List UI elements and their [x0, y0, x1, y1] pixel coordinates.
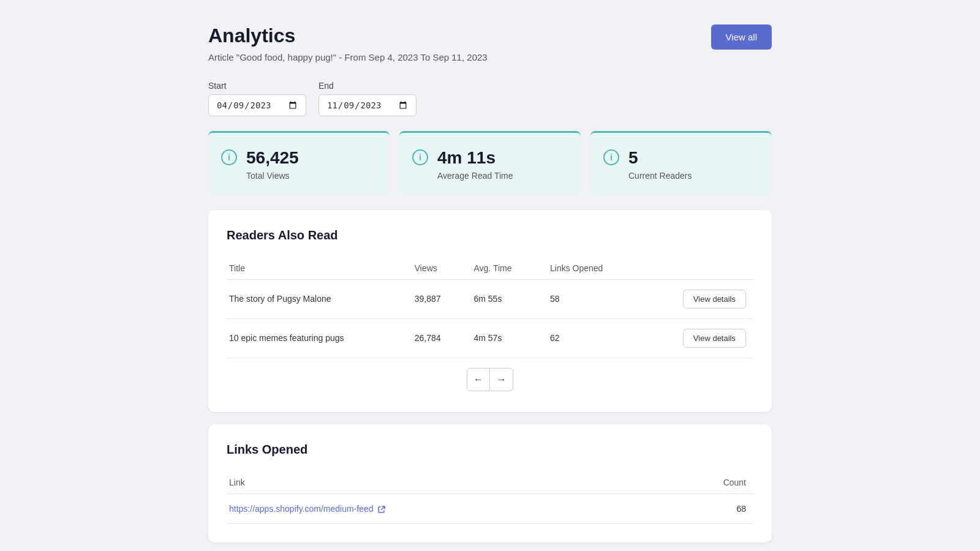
avg-read-time-label: Average Read Time	[437, 171, 513, 181]
next-page-button[interactable]: →	[490, 368, 513, 391]
title-block: Analytics Article "Good food, happy pug!…	[208, 24, 488, 62]
end-label: End	[318, 81, 417, 91]
table-row: https://apps.shopify.com/medium-feed 68	[227, 493, 753, 523]
col-header-title: Title	[227, 257, 407, 280]
view-all-button[interactable]: View all	[711, 24, 772, 50]
row-title: 10 epic memes featuring pugs	[227, 318, 407, 358]
end-date-group: End	[318, 81, 417, 116]
table-row: 10 epic memes featuring pugs 26,784 4m 5…	[227, 318, 753, 358]
row-action: View details	[641, 279, 753, 318]
links-table-header-row: Link Count	[227, 471, 753, 494]
table-header-row: Title Views Avg. Time Links Opened	[227, 257, 753, 280]
row-avg-time: 4m 57s	[467, 318, 543, 358]
end-date-input[interactable]	[318, 94, 417, 116]
table-row: The story of Pugsy Malone 39,887 6m 55s …	[227, 279, 753, 318]
readers-also-read-title: Readers Also Read	[227, 228, 753, 242]
stat-card-total-views: i 56,425 Total Views	[208, 131, 390, 195]
current-readers-label: Current Readers	[628, 171, 692, 181]
current-readers-value: 5	[628, 148, 692, 168]
links-opened-title: Links Opened	[227, 443, 753, 457]
info-icon-current-readers: i	[603, 149, 620, 166]
readers-also-read-table: Title Views Avg. Time Links Opened The s…	[227, 257, 753, 358]
info-icon-views: i	[221, 149, 238, 166]
page-title: Analytics	[208, 24, 488, 47]
row-title: The story of Pugsy Malone	[227, 279, 407, 318]
link-count: 68	[656, 493, 753, 523]
row-links-opened: 58	[543, 279, 641, 318]
row-views: 26,784	[407, 318, 467, 358]
date-filters: Start End	[208, 81, 772, 116]
links-opened-section: Links Opened Link Count https://apps.sho…	[208, 424, 772, 542]
stat-card-avg-read-time: i 4m 11s Average Read Time	[399, 131, 581, 195]
pagination: ← →	[227, 358, 753, 394]
row-views: 39,887	[407, 279, 467, 318]
col-header-avg-time: Avg. Time	[467, 257, 543, 280]
page-subtitle: Article "Good food, happy pug!" - From S…	[208, 52, 488, 62]
view-details-button[interactable]: View details	[683, 329, 746, 348]
svg-text:i: i	[610, 152, 612, 162]
col-header-action	[641, 257, 753, 280]
svg-text:i: i	[228, 152, 230, 162]
readers-also-read-section: Readers Also Read Title Views Avg. Time …	[208, 210, 772, 412]
header: Analytics Article "Good food, happy pug!…	[208, 24, 772, 62]
avg-read-time-value: 4m 11s	[437, 148, 513, 168]
stats-row: i 56,425 Total Views i 4m 11s Average Re…	[208, 131, 772, 195]
start-date-group: Start	[208, 81, 306, 116]
links-col-header-link: Link	[227, 471, 656, 494]
external-link-icon	[378, 506, 385, 513]
start-label: Start	[208, 81, 306, 91]
view-details-button[interactable]: View details	[683, 290, 746, 309]
total-views-label: Total Views	[246, 171, 299, 181]
svg-text:i: i	[419, 152, 421, 162]
start-date-input[interactable]	[208, 94, 306, 116]
row-links-opened: 62	[543, 318, 641, 358]
col-header-links-opened: Links Opened	[543, 257, 641, 280]
links-opened-table: Link Count https://apps.shopify.com/medi…	[227, 471, 753, 524]
link-url[interactable]: https://apps.shopify.com/medium-feed	[227, 493, 656, 523]
prev-page-button[interactable]: ←	[467, 368, 490, 391]
total-views-value: 56,425	[246, 148, 299, 168]
link-anchor[interactable]: https://apps.shopify.com/medium-feed	[229, 504, 385, 514]
row-avg-time: 6m 55s	[467, 279, 543, 318]
info-icon-read-time: i	[412, 149, 429, 166]
links-col-header-count: Count	[656, 471, 753, 494]
stat-card-current-readers: i 5 Current Readers	[590, 131, 772, 195]
col-header-views: Views	[407, 257, 467, 280]
row-action: View details	[641, 318, 753, 358]
